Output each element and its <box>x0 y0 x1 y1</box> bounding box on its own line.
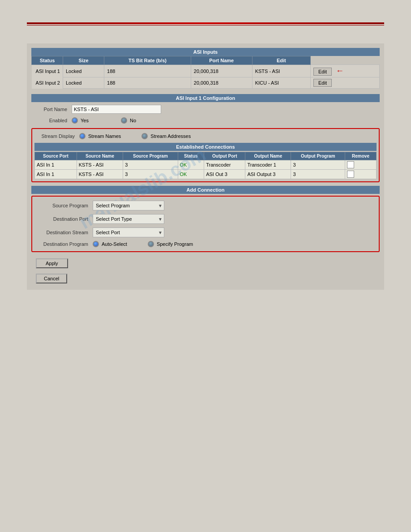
cancel-button[interactable]: Cancel <box>36 274 67 283</box>
asi-input-1-status: Locked <box>63 65 104 77</box>
asi-input-2-bitrate: 20,000,318 <box>191 77 252 89</box>
established-connections-section: Established Connections Source Port Sour… <box>34 143 377 179</box>
asi-input-1-edit-button[interactable]: Edit <box>313 68 332 76</box>
destination-stream-row: Destination Stream Select Port ▼ <box>34 226 377 239</box>
asi-input-2-status: Locked <box>63 77 104 89</box>
ec-r2-remove-checkbox[interactable] <box>347 171 354 178</box>
ec-r2-remove <box>345 170 377 179</box>
ec-r2-source-program: 3 <box>123 170 178 179</box>
destination-port-select[interactable]: Select Port Type <box>93 214 164 224</box>
asi-input-1-portname: KSTS - ASI <box>252 65 310 77</box>
col-header-status: Status <box>32 56 63 65</box>
add-connection-red-box: Source Program Select Program ▼ Destinat… <box>31 196 380 252</box>
ec-r2-output-program: 3 <box>291 170 345 179</box>
destination-stream-label: Destination Stream <box>34 230 93 235</box>
enabled-radio-group: Yes No <box>72 117 136 124</box>
port-name-label: Port Name <box>31 107 72 112</box>
specify-program-radio[interactable] <box>148 241 154 247</box>
ec-r1-source-program: 3 <box>123 160 178 170</box>
asi-inputs-section: ASI Inputs Status Size TS Bit Rate (b/s)… <box>31 48 380 89</box>
col-header-size: Size <box>63 56 104 65</box>
col-header-portname: Port Name <box>191 56 252 65</box>
ec-col-source-name: Source Name <box>77 152 123 160</box>
destination-port-row: Destination Port Select Port Type ▼ <box>34 212 377 226</box>
asi-input-2-edit-cell: Edit <box>311 77 380 89</box>
port-name-input[interactable] <box>72 105 161 114</box>
ec-col-output-name: Output Name <box>245 152 291 160</box>
ec-r1-output-port: Transcoder <box>204 160 245 170</box>
established-connections-table: Source Port Source Name Source Program S… <box>34 152 377 179</box>
destination-program-label: Destination Program <box>34 241 93 247</box>
auto-select-label: Auto-Select <box>102 241 127 247</box>
source-program-label: Source Program <box>34 203 93 208</box>
ec-r1-source-port: ASI In 1 <box>35 160 77 170</box>
yes-label: Yes <box>81 118 89 123</box>
ec-r2-source-port: ASI In 1 <box>35 170 77 179</box>
stream-addresses-label: Stream Addresses <box>150 133 191 139</box>
ec-row-1: ASI In 1 KSTS - ASI 3 OK Transcoder Tran… <box>35 160 377 170</box>
destination-port-select-wrapper: Select Port Type ▼ <box>93 214 164 224</box>
asi-input-2-label: ASI Input 2 <box>32 77 63 89</box>
apply-button[interactable]: Apply <box>36 258 68 268</box>
asi-input-1-edit-cell: Edit ← <box>311 65 380 77</box>
stream-display-radio-group: Stream Names Stream Addresses <box>79 133 191 139</box>
ec-r1-status: OK <box>178 160 204 170</box>
top-border <box>27 22 384 24</box>
stream-addresses-radio[interactable] <box>141 133 148 139</box>
ec-r1-remove-checkbox[interactable] <box>347 161 354 168</box>
enabled-row: Enabled Yes No <box>31 116 380 125</box>
port-name-row: Port Name <box>31 102 380 116</box>
col-header-edit: Edit <box>252 56 310 65</box>
asi-config-section: ASI Input 1 Configuration Port Name Enab… <box>31 94 380 285</box>
top-border2 <box>27 25 384 26</box>
destination-program-row: Destination Program Auto-Select Specify … <box>34 239 377 249</box>
asi-input-1-row: ASI Input 1 Locked 188 20,000,318 KSTS -… <box>32 65 380 77</box>
destination-stream-select-wrapper: Select Port ▼ <box>93 227 164 237</box>
asi-input-2-edit-button[interactable]: Edit <box>313 79 332 87</box>
edit-arrow-icon: ← <box>336 66 344 75</box>
ec-r1-source-name: KSTS - ASI <box>77 160 123 170</box>
ec-r2-status: OK <box>178 170 204 179</box>
asi-input-1-bitrate: 20,000,318 <box>191 65 252 77</box>
source-program-select[interactable]: Select Program <box>93 201 164 210</box>
specify-program-label: Specify Program <box>157 241 193 247</box>
no-label: No <box>130 118 136 123</box>
stream-names-radio[interactable] <box>79 133 86 139</box>
buttons-row: Apply Cancel <box>31 257 380 285</box>
col-header-bitrate: TS Bit Rate (b/s) <box>104 56 191 65</box>
stream-display-row: Stream Display Stream Names Stream Addre… <box>34 131 377 141</box>
asi-input-2-row: ASI Input 2 Locked 188 20,000,318 KICU -… <box>32 77 380 89</box>
add-connection-section: Add Connection Source Program Select Pro… <box>31 186 380 252</box>
ec-col-output-port: Output Port <box>204 152 245 160</box>
source-program-row: Source Program Select Program ▼ <box>34 199 377 212</box>
ec-r2-output-name: ASI Output 3 <box>245 170 291 179</box>
ec-r1-output-name: Transcoder 1 <box>245 160 291 170</box>
stream-names-label: Stream Names <box>88 133 121 139</box>
yes-radio[interactable] <box>72 117 78 124</box>
enabled-label: Enabled <box>31 118 72 123</box>
established-connections-header: Established Connections <box>34 143 377 151</box>
asi-input-2-size: 188 <box>104 77 191 89</box>
ec-r2-output-port: ASI Out 3 <box>204 170 245 179</box>
destination-port-label: Destination Port <box>34 216 93 222</box>
auto-select-radio[interactable] <box>93 241 99 247</box>
destination-stream-select[interactable]: Select Port <box>93 227 164 237</box>
source-program-select-wrapper: Select Program ▼ <box>93 201 164 210</box>
asi-input-2-portname: KICU - ASI <box>252 77 310 89</box>
ec-r1-remove <box>345 160 377 170</box>
asi-input-1-size: 188 <box>104 65 191 77</box>
no-radio[interactable] <box>121 117 127 124</box>
ec-col-output-program: Output Program <box>291 152 345 160</box>
destination-program-radio-group: Auto-Select Specify Program <box>93 241 193 247</box>
ec-col-remove: Remove <box>345 152 377 160</box>
stream-display-label: Stream Display <box>34 133 79 139</box>
asi-input-1-label: ASI Input 1 <box>32 65 63 77</box>
ec-r1-output-program: 3 <box>291 160 345 170</box>
ec-row-2: ASI In 1 KSTS - ASI 3 OK ASI Out 3 ASI O… <box>35 170 377 179</box>
asi-inputs-table: Status Size TS Bit Rate (b/s) Port Name … <box>31 56 380 89</box>
stream-established-red-box: Stream Display Stream Names Stream Addre… <box>31 128 380 182</box>
ec-col-status: Status <box>178 152 204 160</box>
asi-inputs-header: ASI Inputs <box>31 48 380 56</box>
add-connection-header: Add Connection <box>31 186 380 194</box>
ec-r2-source-name: KSTS - ASI <box>77 170 123 179</box>
